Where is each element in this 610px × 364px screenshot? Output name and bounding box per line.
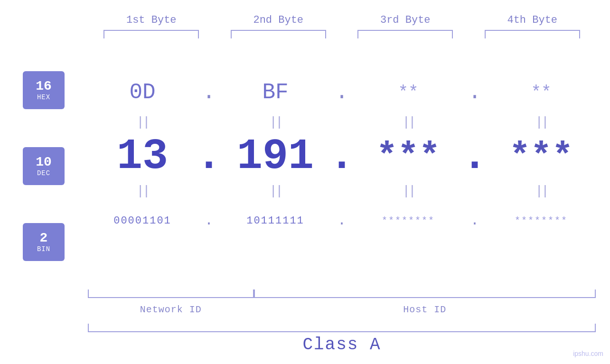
hex-cell-3: ** <box>354 83 463 103</box>
class-label-section: Class A <box>88 324 596 355</box>
equals-row-2: || || || || <box>88 180 596 202</box>
bin-base-num: 2 <box>40 231 48 246</box>
dec-byte1-value: 13 <box>117 135 168 178</box>
eq1-cell-4: || <box>487 115 596 130</box>
grid-area: 0D . BF . ** . ** || <box>88 47 596 317</box>
hex-base-box: 16 HEX <box>23 71 65 109</box>
id-labels-row: Network ID Host ID <box>88 300 596 319</box>
eq1-sym-1: || <box>136 115 149 130</box>
byte4-header-label: 4th Byte <box>507 14 557 26</box>
eq2-cell-1: || <box>88 184 197 198</box>
dec-byte4-value: *** <box>509 139 573 175</box>
hex-byte2-value: BF <box>262 80 288 105</box>
hex-cell-2: BF <box>221 80 330 105</box>
bin-cell-3: ******** <box>354 215 463 226</box>
equals-row-1: || || || || <box>88 112 596 133</box>
eq1-cell-1: || <box>88 115 197 130</box>
dec-dot-1: . <box>197 135 221 178</box>
dec-base-num: 10 <box>36 155 52 170</box>
main-container: 1st Byte 2nd Byte 3rd Byte 4th Byte 16 H… <box>0 0 610 364</box>
eq2-cell-2: || <box>221 184 330 198</box>
eq1-cell-2: || <box>221 115 330 130</box>
dec-byte2-value: 191 <box>237 135 314 178</box>
byte1-col-header: 1st Byte <box>88 14 215 38</box>
watermark: ipshu.com <box>573 350 603 357</box>
host-id-label: Host ID <box>254 300 596 319</box>
hex-byte3-value: ** <box>398 83 418 103</box>
hex-base-label: HEX <box>37 93 50 101</box>
dec-row: 13 . 191 . *** . *** <box>88 133 596 180</box>
network-id-label: Network ID <box>88 300 254 319</box>
dec-cell-2: 191 <box>221 135 330 178</box>
hex-byte1-value: 0D <box>129 80 155 105</box>
dec-base-box: 10 DEC <box>23 147 65 185</box>
eq1-sym-4: || <box>535 115 547 130</box>
network-id-bracket <box>88 289 254 298</box>
dec-cell-1: 13 <box>88 135 197 178</box>
eq2-sym-4: || <box>535 184 547 198</box>
base-labels: 16 HEX 10 DEC 2 BIN <box>23 71 65 299</box>
bin-dot-3: . <box>463 213 487 229</box>
byte3-header-label: 3rd Byte <box>380 14 431 26</box>
byte-headers: 1st Byte 2nd Byte 3rd Byte 4th Byte <box>88 14 596 38</box>
eq1-sym-2: || <box>269 115 282 130</box>
byte1-header-label: 1st Byte <box>126 14 177 26</box>
bin-byte2-value: 10111111 <box>246 215 304 227</box>
bin-byte1-value: 00001101 <box>113 215 171 227</box>
byte2-bracket-top <box>231 30 326 38</box>
id-brackets-row <box>88 285 596 298</box>
hex-dot-1: . <box>197 80 221 105</box>
bottom-section: Network ID Host ID <box>88 285 596 319</box>
bin-cell-1: 00001101 <box>88 215 197 227</box>
host-id-bracket <box>254 289 596 298</box>
bin-dot-1: . <box>197 213 221 229</box>
bin-base-box: 2 BIN <box>23 223 65 261</box>
byte1-bracket-top <box>103 30 199 38</box>
bin-cell-4: ******** <box>487 215 596 226</box>
eq2-sym-2: || <box>269 184 282 198</box>
hex-cell-1: 0D <box>88 80 197 105</box>
eq2-sym-3: || <box>402 184 414 198</box>
bin-byte4-value: ******** <box>515 215 568 226</box>
eq1-cell-3: || <box>354 115 463 130</box>
byte3-bracket-top <box>357 30 453 38</box>
byte3-col-header: 3rd Byte <box>342 14 469 38</box>
dec-dot-3: . <box>463 135 487 178</box>
dec-byte3-value: *** <box>376 139 440 175</box>
hex-row: 0D . BF . ** . ** <box>88 74 596 112</box>
eq2-cell-4: || <box>487 184 596 198</box>
hex-byte4-value: ** <box>531 83 551 103</box>
hex-dot-3: . <box>463 80 487 105</box>
bin-byte3-value: ******** <box>382 215 435 226</box>
bin-row: 00001101 . 10111111 . ******** . *******… <box>88 202 596 240</box>
bin-base-label: BIN <box>37 245 50 253</box>
hex-cell-4: ** <box>487 83 596 103</box>
byte4-bracket-top <box>485 30 580 38</box>
bin-dot-2: . <box>330 213 354 229</box>
dec-cell-3: *** <box>354 139 463 175</box>
hex-dot-2: . <box>330 80 354 105</box>
eq1-sym-3: || <box>402 115 414 130</box>
dec-dot-2: . <box>330 135 354 178</box>
eq2-cell-3: || <box>354 184 463 198</box>
class-bracket <box>88 324 596 332</box>
byte4-col-header: 4th Byte <box>469 14 596 38</box>
hex-base-num: 16 <box>36 79 52 94</box>
byte2-header-label: 2nd Byte <box>253 14 303 26</box>
bin-cell-2: 10111111 <box>221 215 330 227</box>
class-a-label: Class A <box>302 335 381 355</box>
byte2-col-header: 2nd Byte <box>215 14 342 38</box>
dec-cell-4: *** <box>487 139 596 175</box>
dec-base-label: DEC <box>37 169 50 177</box>
eq2-sym-1: || <box>136 184 149 198</box>
